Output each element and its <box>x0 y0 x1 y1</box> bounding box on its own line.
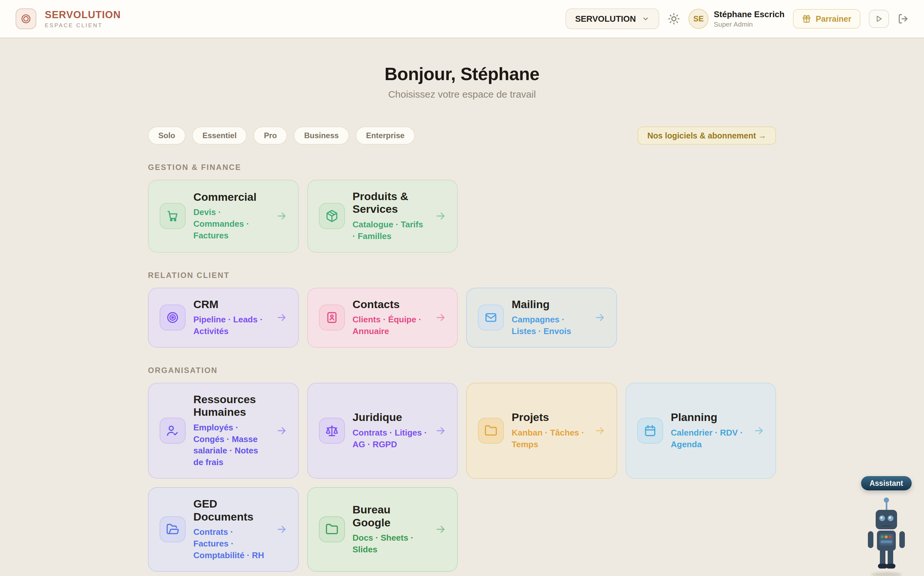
arrow-right-icon <box>594 425 605 436</box>
card-subtitle: Contrats · Litiges · AG · RGPD <box>353 427 428 451</box>
arrow-right-icon <box>594 312 605 323</box>
card-subtitle: Kanban · Tâches · Temps <box>512 427 586 451</box>
shopping-cart-icon <box>160 203 186 229</box>
section: GESTION & FINANCE Commercial Devis · Com… <box>148 163 776 253</box>
card-subtitle: Campagnes · Listes · Envois <box>512 314 586 337</box>
folder-icon <box>319 516 345 542</box>
page-subtitle: Choisissez votre espace de travail <box>148 89 776 100</box>
arrow-right-icon <box>276 312 287 323</box>
brand-name: SERVOLUTION <box>45 9 121 21</box>
logout-button[interactable] <box>897 13 908 24</box>
card-mailing[interactable]: Mailing Campagnes · Listes · Envois <box>466 288 617 348</box>
user-name: Stéphane Escrich <box>714 10 785 19</box>
theme-toggle-button[interactable] <box>668 13 680 25</box>
sponsor-button-label: Parrainer <box>816 14 851 24</box>
workspace-chooser: Bonjour, Stéphane Choisissez votre espac… <box>148 64 776 576</box>
card-subtitle: Catalogue · Tarifs · Familles <box>353 219 428 242</box>
card-subtitle: Devis · Commandes · Factures <box>193 206 268 242</box>
chevron-down-icon <box>642 15 650 23</box>
card-grid: Commercial Devis · Commandes · Factures … <box>148 180 776 253</box>
section-title: GESTION & FINANCE <box>148 163 776 172</box>
mail-icon <box>478 304 504 331</box>
assistant-badge[interactable]: Assistant <box>861 476 912 490</box>
scale-icon <box>319 418 345 444</box>
page-title: Bonjour, Stéphane <box>148 64 776 84</box>
brand: SERVOLUTION ESPACE CLIENT <box>16 8 121 29</box>
card-title: Ressources Humaines <box>193 393 268 419</box>
card-subtitle: Pipeline · Leads · Activités <box>193 314 268 337</box>
folder-open-icon <box>160 516 186 542</box>
section-title: RELATION CLIENT <box>148 271 776 280</box>
card-ged-documents[interactable]: GED Documents Contrats · Factures · Comp… <box>148 487 299 572</box>
plan-filter-solo[interactable]: Solo <box>148 126 186 145</box>
card-title: CRM <box>193 298 268 311</box>
plan-filters: SoloEssentielProBusinessEnterprise <box>148 126 415 145</box>
play-icon <box>875 14 883 23</box>
subscription-link-label: Nos logiciels & abonnement → <box>647 131 766 140</box>
card-contacts[interactable]: Contacts Clients · Équipe · Annuaire <box>307 288 458 348</box>
card-crm[interactable]: CRM Pipeline · Leads · Activités <box>148 288 299 348</box>
arrow-right-icon <box>435 425 446 436</box>
card-title: Contacts <box>353 298 428 311</box>
card-title: Produits & Services <box>353 190 428 216</box>
card-title: Mailing <box>512 298 586 311</box>
card-title: Commercial <box>193 191 268 203</box>
section-title: ORGANISATION <box>148 366 776 375</box>
card-commercial[interactable]: Commercial Devis · Commandes · Factures <box>148 180 299 253</box>
card-title: Planning <box>671 411 746 424</box>
card-subtitle: Docs · Sheets · Slides <box>353 532 428 555</box>
app-header: SERVOLUTION ESPACE CLIENT SERVOLUTION SE… <box>0 0 924 38</box>
arrow-right-icon <box>435 211 446 221</box>
target-icon <box>160 304 186 331</box>
arrow-right-icon <box>753 425 764 436</box>
play-button[interactable] <box>869 10 889 28</box>
plan-filter-enterprise[interactable]: Enterprise <box>356 126 415 145</box>
arrow-right-icon <box>276 211 287 221</box>
workspace-sections: GESTION & FINANCE Commercial Devis · Com… <box>148 163 776 576</box>
brand-tagline: ESPACE CLIENT <box>45 22 121 29</box>
user-menu[interactable]: SE Stéphane Escrich Super Admin <box>689 9 785 29</box>
plan-filter-essentiel[interactable]: Essentiel <box>192 126 247 145</box>
arrow-right-icon <box>276 524 287 535</box>
header-actions: SERVOLUTION SE Stéphane Escrich Super Ad… <box>565 8 908 29</box>
card-title: Projets <box>512 411 586 424</box>
plan-filter-pro[interactable]: Pro <box>253 126 287 145</box>
card-bureau-google[interactable]: Bureau Google Docs · Sheets · Slides <box>307 487 458 572</box>
avatar: SE <box>689 9 709 29</box>
card-subtitle: Calendrier · RDV · Agenda <box>671 427 746 451</box>
arrow-right-icon <box>276 425 287 436</box>
card-subtitle: Clients · Équipe · Annuaire <box>353 314 428 337</box>
card-planning[interactable]: Planning Calendrier · RDV · Agenda <box>626 383 777 479</box>
assistant-robot-icon[interactable] <box>862 498 911 576</box>
card-ressources-humaines[interactable]: Ressources Humaines Employés · Congés · … <box>148 383 299 479</box>
calendar-icon <box>637 418 663 444</box>
arrow-right-icon <box>435 312 446 323</box>
contact-book-icon <box>319 304 345 331</box>
folder-icon <box>478 418 504 444</box>
card-title: Bureau Google <box>353 503 428 529</box>
card-juridique[interactable]: Juridique Contrats · Litiges · AG · RGPD <box>307 383 458 479</box>
arrow-right-icon <box>435 524 446 535</box>
card-produits-services[interactable]: Produits & Services Catalogue · Tarifs ·… <box>307 180 458 253</box>
plan-toolbar: SoloEssentielProBusinessEnterprise Nos l… <box>148 126 776 145</box>
card-title: GED Documents <box>193 498 268 523</box>
card-projets[interactable]: Projets Kanban · Tâches · Temps <box>466 383 617 479</box>
card-subtitle: Employés · Congés · Masse salariale · No… <box>193 422 268 469</box>
workspace-selector[interactable]: SERVOLUTION <box>565 8 659 29</box>
user-check-icon <box>160 418 186 444</box>
card-grid: CRM Pipeline · Leads · Activités Contact… <box>148 288 776 348</box>
subscription-link-button[interactable]: Nos logiciels & abonnement → <box>637 126 776 145</box>
package-icon <box>319 203 345 229</box>
section: RELATION CLIENT CRM Pipeline · Leads · A… <box>148 271 776 348</box>
card-grid: Ressources Humaines Employés · Congés · … <box>148 383 776 572</box>
card-title: Juridique <box>353 411 428 424</box>
card-subtitle: Contrats · Factures · Comptabilité · RH <box>193 526 268 562</box>
logout-icon <box>897 13 908 24</box>
sun-icon <box>668 13 680 25</box>
sponsor-button[interactable]: Parrainer <box>793 9 860 29</box>
section: ORGANISATION Ressources Humaines Employé… <box>148 366 776 572</box>
workspace-selector-label: SERVOLUTION <box>575 14 636 24</box>
brand-logo-icon <box>16 8 36 29</box>
gift-icon <box>802 14 811 23</box>
plan-filter-business[interactable]: Business <box>294 126 349 145</box>
